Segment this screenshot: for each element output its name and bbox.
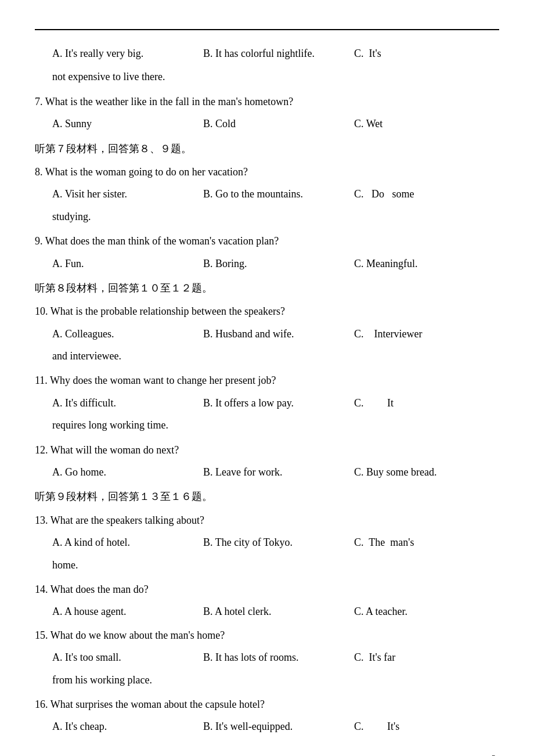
q7-option-c: C. Wet [354, 114, 505, 133]
section-label-9: 听第９段材料，回答第１３至１６题。 [35, 487, 499, 506]
page-number: -2- [35, 754, 499, 756]
q11-option-c: C. It [354, 394, 505, 412]
question-16: 16. What surprises the woman about the c… [35, 695, 499, 736]
intro-continuation: not expensive to live there. [52, 67, 499, 86]
q16-text: 16. What surprises the woman about the c… [35, 695, 499, 714]
q10-text: 10. What is the probable relationship be… [35, 302, 499, 321]
q15-option-c: C. It's far [354, 648, 505, 667]
q15-option-a: A. It's too small. [52, 648, 203, 667]
question-14: 14. What does the man do? A. A house age… [35, 580, 499, 621]
q14-option-a: A. A house agent. [52, 602, 203, 621]
q14-text: 14. What does the man do? [35, 580, 499, 599]
q7-option-a: A. Sunny [52, 114, 203, 133]
question-15: 15. What do we know about the man's home… [35, 626, 499, 689]
question-12: 12. What will the woman do next? A. Go h… [35, 441, 499, 482]
q9-text: 9. What does the man think of the woman'… [35, 232, 499, 250]
section-label-7: 听第７段材料，回答第８、９题。 [35, 139, 499, 158]
option-b-intro: B. It has colorful nightlife. [203, 44, 354, 63]
q8-option-a: A. Visit her sister. [52, 185, 203, 203]
q11-text: 11. Why does the woman want to change he… [35, 371, 499, 390]
q13-text: 13. What are the speakers talking about? [35, 511, 499, 530]
q7-option-b: B. Cold [203, 114, 354, 133]
q16-option-a: A. It's cheap. [52, 717, 203, 736]
q15-option-b: B. It has lots of rooms. [203, 648, 354, 667]
q13-continuation: home. [52, 556, 499, 574]
question-7: 7. What is the weather like in the fall … [35, 92, 499, 134]
q10-options: A. Colleagues. B. Husband and wife. C. I… [52, 325, 499, 343]
q14-options: A. A house agent. B. A hotel clerk. C. A… [52, 602, 499, 621]
option-a-intro: A. It's really very big. [52, 44, 203, 63]
question-9: 9. What does the man think of the woman'… [35, 232, 499, 273]
q8-option-b: B. Go to the mountains. [203, 185, 354, 203]
q9-option-a: A. Fun. [52, 254, 203, 273]
q10-option-a: A. Colleagues. [52, 325, 203, 343]
q13-option-c: C. The man's [354, 533, 505, 552]
top-divider [35, 29, 499, 30]
q12-text: 12. What will the woman do next? [35, 441, 499, 459]
q8-options: A. Visit her sister. B. Go to the mounta… [52, 185, 499, 203]
q11-continuation: requires long working time. [52, 416, 499, 434]
q16-option-c: C. It's [354, 717, 505, 736]
q14-option-c: C. A teacher. [354, 602, 505, 621]
q12-option-b: B. Leave for work. [203, 463, 354, 481]
question-8: 8. What is the woman going to do on her … [35, 163, 499, 226]
q8-option-c: C. Do some [354, 185, 505, 203]
q10-continuation: and interviewee. [52, 347, 499, 365]
q9-options: A. Fun. B. Boring. C. Meaningful. [52, 254, 499, 273]
q9-option-c: C. Meaningful. [354, 254, 505, 273]
q7-options: A. Sunny B. Cold C. Wet [52, 114, 499, 133]
question-10: 10. What is the probable relationship be… [35, 302, 499, 365]
q15-options: A. It's too small. B. It has lots of roo… [52, 648, 499, 667]
option-c-intro: C. It's [354, 44, 505, 63]
q15-text: 15. What do we know about the man's home… [35, 626, 499, 645]
q7-text: 7. What is the weather like in the fall … [35, 92, 499, 111]
q11-option-a: A. It's difficult. [52, 394, 203, 412]
q8-text: 8. What is the woman going to do on her … [35, 163, 499, 181]
q9-option-b: B. Boring. [203, 254, 354, 273]
section-label-8: 听第８段材料，回答第１０至１２题。 [35, 279, 499, 297]
q13-option-b: B. The city of Tokyo. [203, 533, 354, 552]
q16-option-b: B. It's well-equipped. [203, 717, 354, 736]
q12-option-a: A. Go home. [52, 463, 203, 481]
q13-option-a: A. A kind of hotel. [52, 533, 203, 552]
q11-option-b: B. It offers a low pay. [203, 394, 354, 412]
intro-options: A. It's really very big. B. It has color… [52, 44, 499, 63]
q12-options: A. Go home. B. Leave for work. C. Buy so… [52, 463, 499, 481]
question-11: 11. Why does the woman want to change he… [35, 371, 499, 434]
q11-options: A. It's difficult. B. It offers a low pa… [52, 394, 499, 412]
q10-option-c: C. Interviewer [354, 325, 505, 343]
q16-options: A. It's cheap. B. It's well-equipped. C.… [52, 717, 499, 736]
q8-continuation: studying. [52, 207, 499, 226]
content-area: A. It's really very big. B. It has color… [35, 44, 499, 736]
q12-option-c: C. Buy some bread. [354, 463, 505, 481]
q10-option-b: B. Husband and wife. [203, 325, 354, 343]
q14-option-b: B. A hotel clerk. [203, 602, 354, 621]
q15-continuation: from his working place. [52, 671, 499, 689]
q13-options: A. A kind of hotel. B. The city of Tokyo… [52, 533, 499, 552]
question-13: 13. What are the speakers talking about?… [35, 511, 499, 574]
